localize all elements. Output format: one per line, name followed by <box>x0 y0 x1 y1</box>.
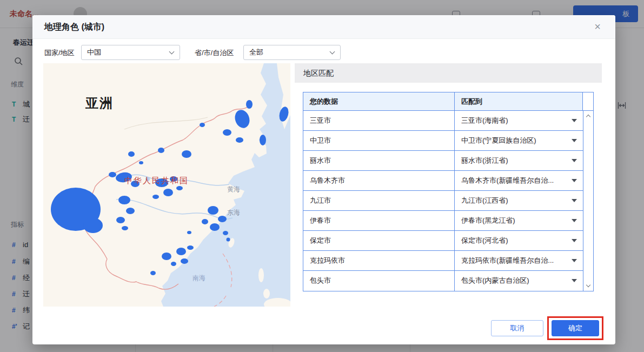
dropdown-caret-icon[interactable] <box>572 279 577 282</box>
matched-cell-dropdown[interactable]: 伊春市(黑龙江省) <box>455 211 583 230</box>
table-row: 乌鲁木齐市 乌鲁木齐市(新疆维吾尔自治... <box>303 171 583 191</box>
matched-cell-dropdown[interactable]: 包头市(内蒙古自治区) <box>455 271 583 291</box>
dropdown-caret-icon[interactable] <box>572 199 577 202</box>
matched-value: 三亚市(海南省) <box>461 116 508 124</box>
china-map: 亚洲 中华人民共和国 黄海 东海 南海 <box>43 63 290 307</box>
scroll-up-icon[interactable] <box>586 115 590 119</box>
matched-value: 丽水市(浙江省) <box>461 156 508 164</box>
matched-value: 伊春市(黑龙江省) <box>461 216 515 224</box>
table-row: 九江市 九江市(江西省) <box>303 191 583 211</box>
geo-role-dialog: 地理角色 (城市) × 国家/地区 中国 省/市/自治区 全部 <box>32 15 615 344</box>
country-select-value: 中国 <box>87 48 101 56</box>
dropdown-caret-icon[interactable] <box>572 139 577 142</box>
country-label: 国家/地区 <box>44 48 75 58</box>
column-header-source: 您的数据 <box>303 92 455 110</box>
province-select[interactable]: 全部 <box>243 45 341 60</box>
table-row: 包头市 包头市(内蒙古自治区) <box>303 271 583 291</box>
dropdown-caret-icon[interactable] <box>572 239 577 242</box>
source-cell: 克拉玛依市 <box>303 251 455 270</box>
table-row: 中卫市 中卫市(宁夏回族自治区) <box>303 131 583 151</box>
chevron-down-icon <box>330 49 335 55</box>
matched-value: 乌鲁木齐市(新疆维吾尔自治... <box>461 176 554 184</box>
matched-value: 克拉玛依市(新疆维吾尔自治... <box>461 256 554 264</box>
dropdown-caret-icon[interactable] <box>572 119 577 122</box>
dropdown-caret-icon[interactable] <box>572 179 577 182</box>
dialog-title: 地理角色 (城市) <box>44 15 104 39</box>
sea-label-east-sea: 东海 <box>227 209 240 216</box>
region-match-table: 您的数据 匹配到 三亚市 三亚市(海南省) 中卫市 中卫市(宁夏回族自治区) 丽… <box>303 92 594 291</box>
province-select-value: 全部 <box>249 48 263 56</box>
table-header-row: 您的数据 匹配到 <box>303 92 593 111</box>
sea-label-yellow-sea: 黄海 <box>227 185 240 193</box>
cancel-button[interactable]: 取消 <box>491 320 543 336</box>
source-cell: 伊春市 <box>303 211 455 230</box>
source-cell: 乌鲁木齐市 <box>303 171 455 190</box>
table-scrollbar[interactable] <box>583 111 593 291</box>
country-map-label: 中华人民共和国 <box>124 176 189 185</box>
table-row: 克拉玛依市 克拉玛依市(新疆维吾尔自治... <box>303 251 583 271</box>
sea-label-south-sea: 南海 <box>192 274 205 282</box>
matched-value: 保定市(河北省) <box>461 236 508 244</box>
source-cell: 九江市 <box>303 191 455 210</box>
source-cell: 包头市 <box>303 271 455 291</box>
dialog-header: 地理角色 (城市) × <box>32 15 615 39</box>
matched-cell-dropdown[interactable]: 九江市(江西省) <box>455 191 583 210</box>
matched-value: 九江市(江西省) <box>461 196 508 204</box>
dropdown-caret-icon[interactable] <box>572 219 577 222</box>
map-svg: 亚洲 中华人民共和国 黄海 东海 南海 <box>43 63 290 307</box>
ok-button[interactable]: 确定 <box>552 320 599 336</box>
continent-label: 亚洲 <box>85 96 114 110</box>
scroll-down-icon[interactable] <box>586 283 590 287</box>
province-label: 省/市/自治区 <box>195 48 234 58</box>
dropdown-caret-icon[interactable] <box>572 159 577 162</box>
close-icon[interactable]: × <box>590 20 605 34</box>
source-cell: 丽水市 <box>303 151 455 170</box>
matched-value: 中卫市(宁夏回族自治区) <box>461 136 536 144</box>
matched-cell-dropdown[interactable]: 保定市(河北省) <box>455 231 583 250</box>
table-row: 丽水市 丽水市(浙江省) <box>303 151 583 171</box>
source-cell: 中卫市 <box>303 131 455 150</box>
matched-cell-dropdown[interactable]: 中卫市(宁夏回族自治区) <box>455 131 583 150</box>
matched-cell-dropdown[interactable]: 丽水市(浙江省) <box>455 151 583 170</box>
matched-cell-dropdown[interactable]: 三亚市(海南省) <box>455 111 583 130</box>
table-row: 三亚市 三亚市(海南省) <box>303 111 583 131</box>
chevron-down-icon <box>169 49 175 55</box>
matched-cell-dropdown[interactable]: 乌鲁木齐市(新疆维吾尔自治... <box>455 171 583 190</box>
matched-value: 包头市(内蒙古自治区) <box>461 276 529 284</box>
matched-cell-dropdown[interactable]: 克拉玛依市(新疆维吾尔自治... <box>455 251 583 270</box>
dropdown-caret-icon[interactable] <box>572 259 577 262</box>
column-header-matched: 匹配到 <box>455 92 583 110</box>
table-rows: 三亚市 三亚市(海南省) 中卫市 中卫市(宁夏回族自治区) 丽水市 丽水市(浙江… <box>303 111 583 291</box>
source-cell: 三亚市 <box>303 111 455 130</box>
table-row: 伊春市 伊春市(黑龙江省) <box>303 211 583 231</box>
header-spacer <box>583 92 593 110</box>
table-row: 保定市 保定市(河北省) <box>303 231 583 251</box>
source-cell: 保定市 <box>303 231 455 250</box>
region-match-header: 地区匹配 <box>295 63 602 83</box>
country-select[interactable]: 中国 <box>81 45 180 60</box>
